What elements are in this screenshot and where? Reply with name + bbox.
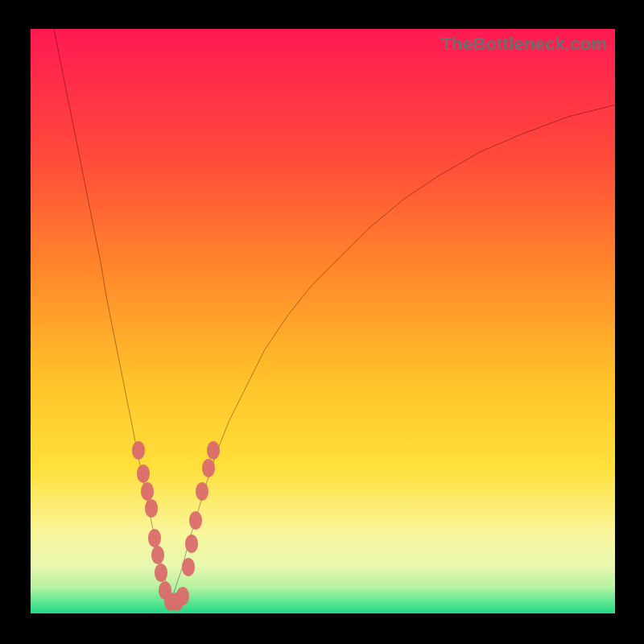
plot-area: TheBottleneck.com: [31, 29, 615, 613]
data-marker: [176, 587, 189, 605]
chart-frame: TheBottleneck.com: [0, 0, 644, 644]
watermark-text: TheBottleneck.com: [441, 34, 607, 55]
data-marker: [151, 546, 164, 564]
data-marker: [148, 529, 161, 547]
data-marker: [182, 558, 195, 576]
data-marker: [202, 459, 215, 477]
curve-layer: [31, 29, 615, 613]
data-marker: [155, 564, 167, 582]
data-marker: [207, 441, 220, 460]
data-marker: [141, 482, 154, 501]
right-branch-curve: [171, 105, 615, 601]
data-marker: [132, 441, 145, 460]
data-marker: [145, 499, 158, 518]
data-marker: [196, 482, 208, 501]
data-marker: [137, 464, 150, 483]
